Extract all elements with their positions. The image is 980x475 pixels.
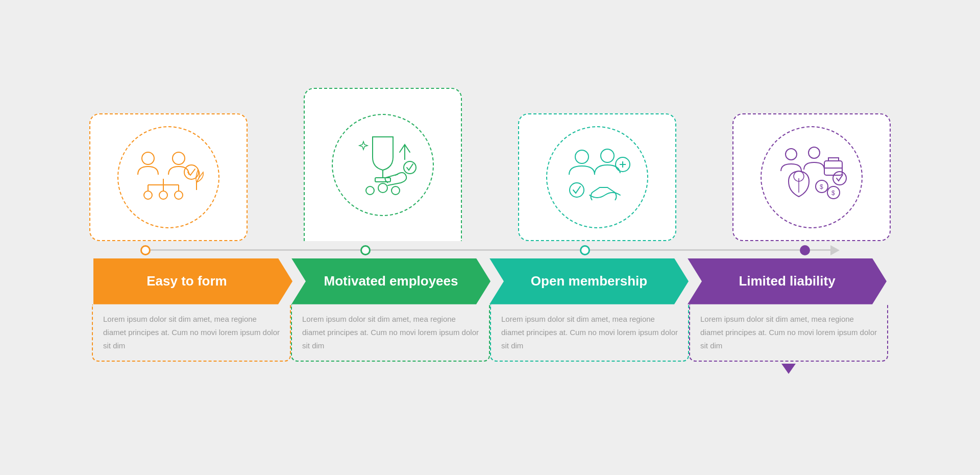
svg-point-16 xyxy=(366,186,374,195)
card-1 xyxy=(89,113,248,241)
arrow-banner-1: Easy to form xyxy=(93,258,292,304)
svg-point-8 xyxy=(144,191,152,199)
description-1: Lorem ipsum dolor sit dim amet, mea regi… xyxy=(92,304,291,362)
icon-circle-3 xyxy=(546,126,648,228)
card-3 xyxy=(518,113,676,241)
card-2 xyxy=(304,88,462,241)
svg-rect-13 xyxy=(375,178,390,182)
icon-circle-2 xyxy=(332,114,434,216)
arrows-row: Easy to form Motivated employees Open me… xyxy=(61,258,919,304)
svg-point-25 xyxy=(786,149,797,160)
label-2: Motivated employees xyxy=(324,273,458,289)
arrow-banner-4: Limited liability xyxy=(688,258,887,304)
label-3: Open membership xyxy=(531,273,647,289)
card-4: $ $ xyxy=(732,113,891,241)
icon-circle-4: $ $ xyxy=(761,126,863,228)
svg-point-18 xyxy=(391,186,400,195)
line-2 xyxy=(371,249,580,251)
svg-point-19 xyxy=(575,150,589,163)
membership-icon xyxy=(559,141,635,213)
section-2 xyxy=(276,88,490,241)
line-4 xyxy=(810,249,830,251)
liability-icon: $ $ xyxy=(773,141,850,213)
timeline-arrow xyxy=(830,245,840,255)
text-row: Lorem ipsum dolor sit dim amet, mea regi… xyxy=(41,304,939,362)
svg-point-20 xyxy=(601,149,614,162)
svg-point-35 xyxy=(833,172,846,185)
arrow-banner-3: Open membership xyxy=(489,258,689,304)
svg-point-10 xyxy=(175,191,183,199)
description-2: Lorem ipsum dolor sit dim amet, mea regi… xyxy=(291,304,490,362)
svg-point-9 xyxy=(159,191,167,199)
description-text-3: Lorem ipsum dolor sit dim amet, mea regi… xyxy=(501,315,678,350)
description-text-4: Lorem ipsum dolor sit dim amet, mea regi… xyxy=(700,315,877,350)
svg-text:$: $ xyxy=(831,189,835,197)
org-icon xyxy=(133,144,204,210)
down-arrow xyxy=(781,364,796,374)
dot-4 xyxy=(800,245,810,255)
description-3: Lorem ipsum dolor sit dim amet, mea regi… xyxy=(490,304,689,362)
description-4: Lorem ipsum dolor sit dim amet, mea regi… xyxy=(689,304,888,362)
section-1 xyxy=(61,113,276,241)
line-3 xyxy=(590,249,800,251)
label-4: Limited liability xyxy=(739,273,835,289)
line-1 xyxy=(151,249,360,251)
dot-3 xyxy=(580,245,590,255)
svg-text:$: $ xyxy=(820,183,823,191)
svg-point-26 xyxy=(808,147,820,158)
label-1: Easy to form xyxy=(146,273,227,289)
svg-point-15 xyxy=(404,161,416,174)
infographic: $ $ xyxy=(41,113,939,362)
timeline xyxy=(61,241,919,259)
svg-point-24 xyxy=(570,183,584,197)
description-text-2: Lorem ipsum dolor sit dim amet, mea regi… xyxy=(302,315,479,350)
svg-point-17 xyxy=(378,183,387,193)
dot-2 xyxy=(360,245,371,255)
section-3 xyxy=(490,113,704,241)
description-text-1: Lorem ipsum dolor sit dim amet, mea regi… xyxy=(103,315,280,350)
reward-icon xyxy=(345,129,421,201)
svg-point-1 xyxy=(173,152,185,164)
icon-circle-1 xyxy=(117,126,219,228)
section-4: $ $ xyxy=(704,113,919,241)
arrow-banner-2: Motivated employees xyxy=(291,258,491,304)
dot-1 xyxy=(140,245,151,255)
svg-point-0 xyxy=(142,152,154,164)
